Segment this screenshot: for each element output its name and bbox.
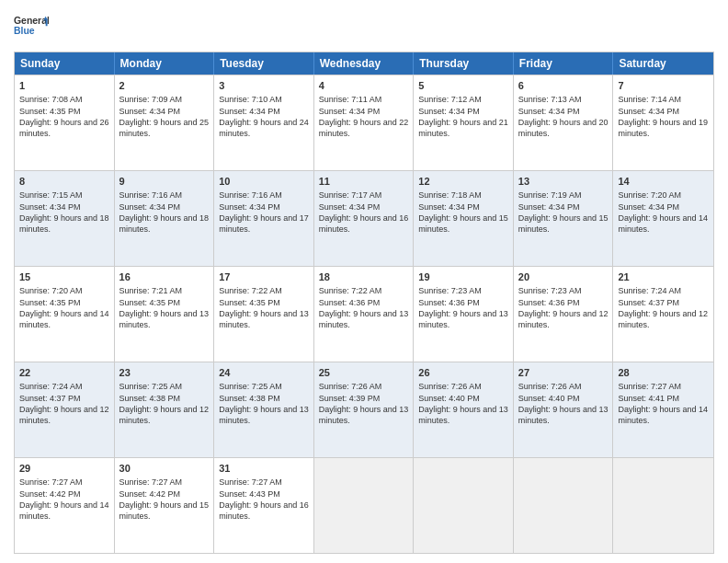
day-number: 28 — [618, 366, 709, 380]
day-cell-29: 29 Sunrise: 7:27 AM Sunset: 4:42 PM Dayl… — [15, 458, 115, 553]
day-info: Sunrise: 7:18 AM Sunset: 4:34 PM Dayligh… — [418, 190, 508, 235]
day-info: Sunrise: 7:26 AM Sunset: 4:40 PM Dayligh… — [418, 381, 508, 426]
calendar-row-4: 29 Sunrise: 7:27 AM Sunset: 4:42 PM Dayl… — [15, 457, 713, 553]
day-cell-21: 21 Sunrise: 7:24 AM Sunset: 4:37 PM Dayl… — [613, 267, 713, 362]
day-info: Sunrise: 7:22 AM Sunset: 4:35 PM Dayligh… — [219, 285, 309, 330]
day-cell-12: 12 Sunrise: 7:18 AM Sunset: 4:34 PM Dayl… — [414, 171, 514, 266]
day-number: 23 — [119, 366, 210, 380]
svg-text:Blue: Blue — [14, 26, 35, 36]
day-cell-31: 31 Sunrise: 7:27 AM Sunset: 4:43 PM Dayl… — [214, 458, 314, 553]
day-number: 25 — [319, 366, 409, 380]
day-cell-6: 6 Sunrise: 7:13 AM Sunset: 4:34 PM Dayli… — [514, 75, 614, 170]
day-cell-1: 1 Sunrise: 7:08 AM Sunset: 4:35 PM Dayli… — [15, 75, 115, 170]
day-info: Sunrise: 7:27 AM Sunset: 4:41 PM Dayligh… — [618, 381, 709, 426]
day-number: 30 — [119, 462, 210, 476]
day-number: 16 — [119, 270, 210, 284]
calendar-row-0: 1 Sunrise: 7:08 AM Sunset: 4:35 PM Dayli… — [15, 75, 713, 170]
day-cell-19: 19 Sunrise: 7:23 AM Sunset: 4:36 PM Dayl… — [414, 267, 514, 362]
day-info: Sunrise: 7:26 AM Sunset: 4:40 PM Dayligh… — [518, 381, 609, 426]
day-cell-20: 20 Sunrise: 7:23 AM Sunset: 4:36 PM Dayl… — [514, 267, 614, 362]
header-day-monday: Monday — [115, 52, 215, 75]
day-info: Sunrise: 7:19 AM Sunset: 4:34 PM Dayligh… — [518, 190, 609, 235]
day-info: Sunrise: 7:08 AM Sunset: 4:35 PM Dayligh… — [19, 94, 109, 139]
day-number: 3 — [219, 79, 309, 93]
day-info: Sunrise: 7:21 AM Sunset: 4:35 PM Dayligh… — [119, 285, 210, 330]
day-info: Sunrise: 7:24 AM Sunset: 4:37 PM Dayligh… — [618, 285, 709, 330]
day-info: Sunrise: 7:20 AM Sunset: 4:35 PM Dayligh… — [19, 285, 109, 330]
header-day-sunday: Sunday — [15, 52, 115, 75]
day-info: Sunrise: 7:14 AM Sunset: 4:34 PM Dayligh… — [618, 94, 709, 139]
day-cell-18: 18 Sunrise: 7:22 AM Sunset: 4:36 PM Dayl… — [314, 267, 415, 362]
empty-cell — [613, 458, 713, 553]
day-info: Sunrise: 7:24 AM Sunset: 4:37 PM Dayligh… — [19, 381, 109, 426]
day-number: 15 — [19, 270, 109, 284]
day-number: 20 — [518, 270, 609, 284]
day-info: Sunrise: 7:17 AM Sunset: 4:34 PM Dayligh… — [319, 190, 409, 235]
day-cell-10: 10 Sunrise: 7:16 AM Sunset: 4:34 PM Dayl… — [214, 171, 314, 266]
svg-text:General: General — [14, 16, 49, 26]
day-info: Sunrise: 7:12 AM Sunset: 4:34 PM Dayligh… — [418, 94, 508, 139]
day-cell-8: 8 Sunrise: 7:15 AM Sunset: 4:34 PM Dayli… — [15, 171, 115, 266]
day-number: 19 — [418, 270, 508, 284]
day-cell-22: 22 Sunrise: 7:24 AM Sunset: 4:37 PM Dayl… — [15, 362, 115, 457]
day-info: Sunrise: 7:15 AM Sunset: 4:34 PM Dayligh… — [19, 190, 109, 235]
day-number: 26 — [418, 366, 508, 380]
day-number: 10 — [219, 175, 309, 189]
day-number: 6 — [518, 79, 609, 93]
day-info: Sunrise: 7:25 AM Sunset: 4:38 PM Dayligh… — [119, 381, 210, 426]
day-info: Sunrise: 7:09 AM Sunset: 4:34 PM Dayligh… — [119, 94, 210, 139]
day-cell-17: 17 Sunrise: 7:22 AM Sunset: 4:35 PM Dayl… — [214, 267, 314, 362]
day-info: Sunrise: 7:23 AM Sunset: 4:36 PM Dayligh… — [418, 285, 508, 330]
calendar-header: SundayMondayTuesdayWednesdayThursdayFrid… — [15, 52, 713, 75]
day-info: Sunrise: 7:11 AM Sunset: 4:34 PM Dayligh… — [319, 94, 409, 139]
day-cell-16: 16 Sunrise: 7:21 AM Sunset: 4:35 PM Dayl… — [115, 267, 215, 362]
day-number: 9 — [119, 175, 210, 189]
day-cell-5: 5 Sunrise: 7:12 AM Sunset: 4:34 PM Dayli… — [414, 75, 514, 170]
day-info: Sunrise: 7:22 AM Sunset: 4:36 PM Dayligh… — [319, 285, 409, 330]
day-cell-9: 9 Sunrise: 7:16 AM Sunset: 4:34 PM Dayli… — [115, 171, 215, 266]
day-cell-7: 7 Sunrise: 7:14 AM Sunset: 4:34 PM Dayli… — [613, 75, 713, 170]
day-cell-3: 3 Sunrise: 7:10 AM Sunset: 4:34 PM Dayli… — [214, 75, 314, 170]
day-cell-28: 28 Sunrise: 7:27 AM Sunset: 4:41 PM Dayl… — [613, 362, 713, 457]
day-cell-27: 27 Sunrise: 7:26 AM Sunset: 4:40 PM Dayl… — [514, 362, 614, 457]
calendar-row-2: 15 Sunrise: 7:20 AM Sunset: 4:35 PM Dayl… — [15, 266, 713, 362]
calendar-row-1: 8 Sunrise: 7:15 AM Sunset: 4:34 PM Dayli… — [15, 170, 713, 266]
day-number: 12 — [418, 175, 508, 189]
day-info: Sunrise: 7:16 AM Sunset: 4:34 PM Dayligh… — [119, 190, 210, 235]
day-cell-26: 26 Sunrise: 7:26 AM Sunset: 4:40 PM Dayl… — [414, 362, 514, 457]
day-cell-14: 14 Sunrise: 7:20 AM Sunset: 4:34 PM Dayl… — [613, 171, 713, 266]
header-day-saturday: Saturday — [613, 52, 713, 75]
day-info: Sunrise: 7:27 AM Sunset: 4:43 PM Dayligh… — [219, 477, 309, 522]
empty-cell — [314, 458, 415, 553]
day-number: 7 — [618, 79, 709, 93]
day-number: 5 — [418, 79, 508, 93]
day-cell-30: 30 Sunrise: 7:27 AM Sunset: 4:42 PM Dayl… — [115, 458, 215, 553]
day-number: 14 — [618, 175, 709, 189]
day-info: Sunrise: 7:16 AM Sunset: 4:34 PM Dayligh… — [219, 190, 309, 235]
calendar: SundayMondayTuesdayWednesdayThursdayFrid… — [14, 52, 714, 554]
day-number: 18 — [319, 270, 409, 284]
header-day-thursday: Thursday — [414, 52, 514, 75]
day-cell-25: 25 Sunrise: 7:26 AM Sunset: 4:39 PM Dayl… — [314, 362, 415, 457]
day-cell-4: 4 Sunrise: 7:11 AM Sunset: 4:34 PM Dayli… — [314, 75, 415, 170]
header: General Blue — [14, 9, 714, 44]
day-number: 31 — [219, 462, 309, 476]
day-cell-13: 13 Sunrise: 7:19 AM Sunset: 4:34 PM Dayl… — [514, 171, 614, 266]
day-number: 2 — [119, 79, 210, 93]
day-info: Sunrise: 7:10 AM Sunset: 4:34 PM Dayligh… — [219, 94, 309, 139]
day-cell-11: 11 Sunrise: 7:17 AM Sunset: 4:34 PM Dayl… — [314, 171, 415, 266]
day-number: 11 — [319, 175, 409, 189]
day-number: 8 — [19, 175, 109, 189]
day-number: 1 — [19, 79, 109, 93]
day-info: Sunrise: 7:20 AM Sunset: 4:34 PM Dayligh… — [618, 190, 709, 235]
day-number: 27 — [518, 366, 609, 380]
header-day-tuesday: Tuesday — [214, 52, 314, 75]
day-number: 4 — [319, 79, 409, 93]
day-cell-23: 23 Sunrise: 7:25 AM Sunset: 4:38 PM Dayl… — [115, 362, 215, 457]
logo: General Blue — [14, 9, 49, 44]
header-day-friday: Friday — [514, 52, 614, 75]
day-number: 17 — [219, 270, 309, 284]
day-info: Sunrise: 7:23 AM Sunset: 4:36 PM Dayligh… — [518, 285, 609, 330]
header-day-wednesday: Wednesday — [314, 52, 415, 75]
day-number: 22 — [19, 366, 109, 380]
